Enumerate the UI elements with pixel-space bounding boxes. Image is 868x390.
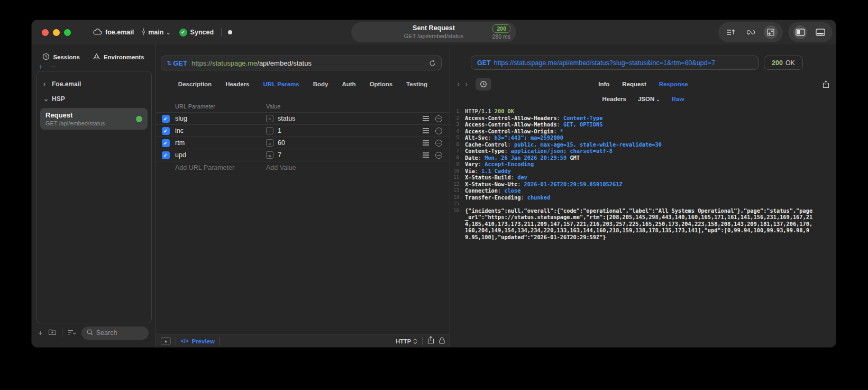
param-value-cell: =1 bbox=[266, 127, 423, 134]
export-icon[interactable] bbox=[823, 80, 829, 88]
header-separator: : bbox=[557, 115, 563, 121]
add-parameter-placeholder[interactable]: Add URL Parameter bbox=[175, 164, 266, 171]
request-item-title: Request bbox=[45, 111, 142, 119]
add-item-icon[interactable]: + bbox=[39, 64, 43, 71]
param-value[interactable]: 7 bbox=[278, 151, 281, 159]
preview-button[interactable]: </> Preview bbox=[181, 338, 215, 344]
row-options-icon[interactable] bbox=[423, 130, 429, 131]
sidebar-tab-environments[interactable]: Environments bbox=[93, 53, 144, 61]
response-line-15: 15 bbox=[451, 201, 815, 207]
request-url-field[interactable]: ⇅ GET https://statuspage.me/api/embed/st… bbox=[161, 56, 442, 70]
remove-row-icon[interactable] bbox=[435, 128, 442, 134]
response-tab-request[interactable]: Request bbox=[622, 81, 646, 87]
param-name[interactable]: rtm bbox=[175, 139, 266, 147]
request-tab-testing[interactable]: Testing bbox=[406, 81, 427, 87]
param-checkbox-cell: ✓ bbox=[156, 115, 175, 123]
send-receive-button[interactable] bbox=[764, 25, 778, 39]
toggle-left-panel-button[interactable] bbox=[793, 25, 807, 39]
branch-selector[interactable]: main ⌄ bbox=[141, 28, 170, 37]
request-tab-description[interactable]: Description bbox=[178, 81, 212, 87]
add-value-placeholder[interactable]: Add Value bbox=[266, 164, 450, 171]
request-subtitle: GET /api/embed/status bbox=[404, 33, 463, 40]
history-button[interactable] bbox=[476, 78, 491, 90]
tree-group-foe-email[interactable]: › Foe.email bbox=[40, 77, 148, 92]
loop-button[interactable] bbox=[744, 25, 757, 39]
header-key: Connection bbox=[465, 187, 498, 194]
param-name[interactable]: upd bbox=[175, 151, 266, 159]
remove-row-icon[interactable] bbox=[435, 115, 442, 122]
protocol-selector[interactable]: HTTP bbox=[396, 338, 417, 344]
header-separator: : bbox=[557, 121, 563, 128]
header-key: Access-Control-Allow-Headers bbox=[465, 115, 557, 121]
header-value: 1.1 Caddy bbox=[481, 168, 511, 174]
zoom-window-button[interactable] bbox=[64, 29, 71, 36]
format-tab-json[interactable]: JSON⌄ bbox=[638, 96, 660, 102]
format-tab-headers[interactable]: Headers bbox=[602, 96, 626, 102]
response-url: https://statuspage.me/api/embed/status?s… bbox=[494, 59, 715, 67]
history-forward-icon[interactable]: › bbox=[465, 80, 468, 88]
toolbar-divider bbox=[62, 329, 62, 337]
param-value[interactable]: 1 bbox=[278, 127, 281, 134]
new-folder-icon[interactable] bbox=[48, 328, 57, 338]
add-param-row[interactable]: Add URL Parameter Add Value bbox=[156, 161, 450, 174]
reorder-requests-button[interactable] bbox=[724, 25, 737, 39]
format-tab-raw[interactable]: Raw bbox=[672, 96, 684, 102]
sidebar-tab-sessions[interactable]: Sessions bbox=[42, 53, 80, 61]
response-tab-info[interactable]: Info bbox=[598, 81, 609, 87]
method-selector-icon[interactable]: ⇅ bbox=[167, 60, 171, 67]
header-key: Transfer-Encoding bbox=[465, 194, 520, 201]
param-value[interactable]: 60 bbox=[278, 139, 285, 147]
request-summary-pill[interactable]: Sent Request GET /api/embed/status 200 2… bbox=[351, 22, 516, 42]
minimize-window-button[interactable] bbox=[53, 29, 60, 36]
request-tab-options[interactable]: Options bbox=[370, 81, 392, 87]
line-number: 15 bbox=[451, 201, 459, 207]
header-value: dev bbox=[517, 174, 527, 180]
toggle-bottom-panel-button[interactable] bbox=[814, 25, 827, 39]
response-tab-response[interactable]: Response bbox=[659, 81, 688, 87]
row-actions bbox=[423, 152, 450, 159]
request-tab-body[interactable]: Body bbox=[313, 81, 328, 87]
tree-group-hsp[interactable]: ⌄ HSP bbox=[40, 92, 148, 106]
remove-row-icon[interactable] bbox=[435, 140, 442, 147]
project-selector[interactable]: foe.email bbox=[93, 29, 134, 37]
param-value[interactable]: status bbox=[278, 115, 295, 122]
row-options-icon[interactable] bbox=[423, 142, 429, 143]
close-window-button[interactable] bbox=[42, 29, 49, 36]
checkbox-checked-icon[interactable]: ✓ bbox=[162, 127, 170, 135]
remove-item-icon[interactable]: − bbox=[51, 64, 55, 71]
row-options-icon[interactable] bbox=[423, 118, 429, 119]
share-icon[interactable] bbox=[427, 336, 434, 346]
sync-status[interactable]: ✓ Synced bbox=[179, 29, 214, 37]
chevron-down-icon: ⌄ bbox=[166, 29, 170, 36]
search-input[interactable]: Search bbox=[81, 326, 149, 340]
new-request-button[interactable]: + bbox=[38, 329, 43, 337]
param-name[interactable]: inc bbox=[175, 127, 266, 134]
request-tab-url-params[interactable]: URL Params bbox=[263, 81, 299, 87]
request-tab-headers[interactable]: Headers bbox=[225, 81, 249, 87]
param-value-cell: =7 bbox=[266, 151, 423, 159]
request-method[interactable]: GET bbox=[173, 59, 187, 67]
history-back-icon[interactable]: ‹ bbox=[457, 80, 460, 88]
line-content: Via: 1.1 Caddy bbox=[461, 168, 815, 175]
response-url-field[interactable]: GET https://statuspage.me/api/embed/stat… bbox=[471, 56, 759, 70]
titlebar-divider bbox=[221, 28, 222, 37]
sort-filter-icon[interactable] bbox=[68, 328, 76, 338]
checkbox-checked-icon[interactable]: ✓ bbox=[162, 151, 170, 159]
equals-icon: = bbox=[266, 139, 273, 147]
sidebar-item-request[interactable]: Request GET /api/embed/status bbox=[40, 108, 148, 130]
line-content bbox=[461, 201, 815, 207]
request-tab-auth[interactable]: Auth bbox=[342, 81, 355, 87]
remove-row-icon[interactable] bbox=[435, 152, 442, 159]
collapse-panel-button[interactable]: ▲ bbox=[161, 337, 171, 345]
header-separator: : bbox=[504, 148, 510, 154]
app-window: foe.email main ⌄ ✓ Synced Sent Request G… bbox=[31, 20, 836, 348]
row-options-icon[interactable] bbox=[423, 155, 429, 156]
url-params-table: URL Parameter Value ✓slug=status✓inc=1✓r… bbox=[156, 103, 450, 174]
resend-icon[interactable] bbox=[429, 60, 436, 67]
lock-icon[interactable] bbox=[439, 337, 445, 346]
search-icon bbox=[87, 329, 93, 337]
checkbox-checked-icon[interactable]: ✓ bbox=[162, 115, 170, 123]
chevron-right-icon: › bbox=[43, 80, 48, 88]
checkbox-checked-icon[interactable]: ✓ bbox=[162, 139, 170, 147]
param-name[interactable]: slug bbox=[175, 115, 266, 122]
